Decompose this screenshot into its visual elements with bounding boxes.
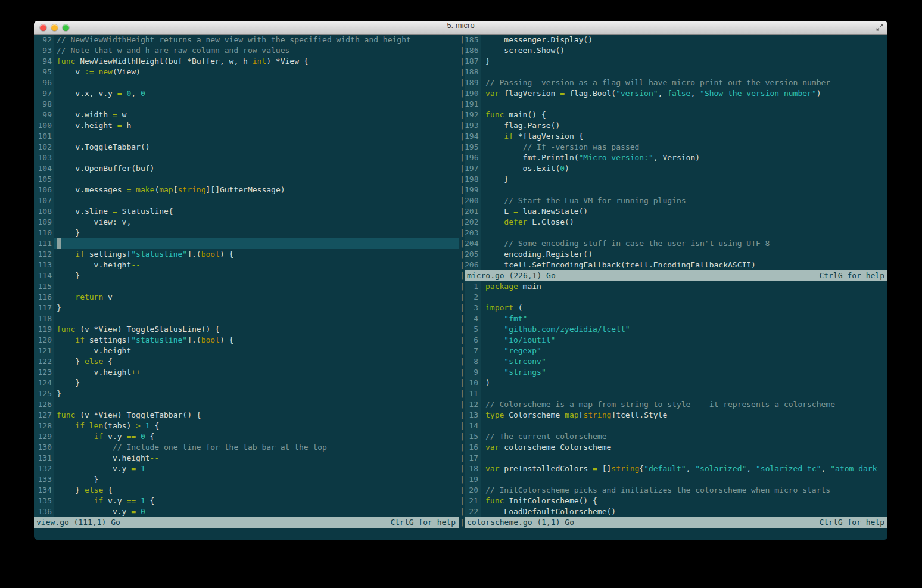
code-line-96[interactable]: 96 <box>34 77 459 88</box>
editor-pane-colorscheme-go[interactable]: 1package main23import (4 "fmt"5 "github.… <box>465 281 887 517</box>
code-line-7[interactable]: 7 "regexp" <box>465 346 887 356</box>
code-line-135[interactable]: 135 if v.y == 1 { <box>34 496 459 506</box>
code-line-128[interactable]: 128 if len(tabs) > 1 { <box>34 421 459 431</box>
code-line-21[interactable]: 21func InitColorscheme() { <box>465 496 887 506</box>
code-line-118[interactable]: 118 <box>34 313 459 324</box>
code-line-120[interactable]: 120 if settings["statusline"].(bool) { <box>34 335 459 346</box>
code-line-100[interactable]: 100 v.height = h <box>34 120 459 131</box>
code-line-129[interactable]: 129 if v.y == 0 { <box>34 431 459 442</box>
code-line-10[interactable]: 10) <box>465 378 887 388</box>
code-line-121[interactable]: 121 v.height-- <box>34 346 459 356</box>
code-line-110[interactable]: 110 } <box>34 228 459 238</box>
code-line-130[interactable]: 130 // Include one line for the tab bar … <box>34 442 459 453</box>
code-line-101[interactable]: 101 <box>34 131 459 142</box>
resize-icon[interactable] <box>875 23 884 32</box>
code-line-203[interactable]: 203 <box>465 228 887 238</box>
code-line-195[interactable]: 195 // If -version was passed <box>465 142 887 153</box>
code-line-125[interactable]: 125} <box>34 388 459 399</box>
code-line-106[interactable]: 106 v.messages = make(map[string][]Gutte… <box>34 185 459 195</box>
code-line-193[interactable]: 193 flag.Parse() <box>465 120 887 131</box>
code-line-206[interactable]: 206 tcell.SetEncodingFallback(tcell.Enco… <box>465 260 887 270</box>
code-line-1[interactable]: 1package main <box>465 281 887 292</box>
code-line-113[interactable]: 113 v.height-- <box>34 260 459 270</box>
code-line-103[interactable]: 103 <box>34 153 459 163</box>
code-line-122[interactable]: 122 } else { <box>34 356 459 367</box>
close-button-icon[interactable] <box>40 24 46 31</box>
code-text: v.height = h <box>54 120 459 131</box>
code-line-194[interactable]: 194 if *flagVersion { <box>465 131 887 142</box>
code-line-188[interactable]: 188 <box>465 67 887 77</box>
code-line-198[interactable]: 198 } <box>465 174 887 185</box>
code-line-105[interactable]: 105 <box>34 174 459 185</box>
window-titlebar[interactable]: 5. micro <box>34 21 887 35</box>
code-line-6[interactable]: 6 "io/ioutil" <box>465 335 887 346</box>
code-line-93[interactable]: 93// Note that w and h are raw column an… <box>34 45 459 56</box>
code-line-20[interactable]: 20// InitColorscheme picks and initializ… <box>465 485 887 496</box>
code-line-17[interactable]: 17 <box>465 453 887 463</box>
code-line-117[interactable]: 117} <box>34 303 459 313</box>
code-line-3[interactable]: 3import ( <box>465 303 887 313</box>
minimize-button-icon[interactable] <box>51 24 58 31</box>
code-line-97[interactable]: 97 v.x, v.y = 0, 0 <box>34 88 459 99</box>
code-line-94[interactable]: 94func NewViewWidthHeight(buf *Buffer, w… <box>34 56 459 67</box>
code-line-133[interactable]: 133 } <box>34 474 459 485</box>
code-line-132[interactable]: 132 v.y = 1 <box>34 463 459 474</box>
code-line-19[interactable]: 19 <box>465 474 887 485</box>
code-line-126[interactable]: 126 <box>34 399 459 410</box>
code-line-4[interactable]: 4 "fmt" <box>465 313 887 324</box>
code-line-18[interactable]: 18var preInstalledColors = []string{"def… <box>465 463 887 474</box>
code-text: v.height-- <box>54 453 459 463</box>
code-line-115[interactable]: 115 <box>34 281 459 292</box>
code-line-22[interactable]: 22 LoadDefaultColorscheme() <box>465 506 887 517</box>
code-line-119[interactable]: 119func (v *View) ToggleStatusLine() { <box>34 324 459 335</box>
code-line-104[interactable]: 104 v.OpenBuffer(buf) <box>34 163 459 174</box>
code-line-200[interactable]: 200 // Start the Lua VM for running plug… <box>465 195 887 206</box>
editor-pane-micro-go[interactable]: 185 messenger.Display()186 screen.Show()… <box>465 35 887 270</box>
code-line-196[interactable]: 196 fmt.Println("Micro version:", Versio… <box>465 153 887 163</box>
code-line-112[interactable]: 112 if settings["statusline"].(bool) { <box>34 249 459 260</box>
code-line-15[interactable]: 15// The current colorscheme <box>465 431 887 442</box>
code-line-98[interactable]: 98 <box>34 99 459 110</box>
code-line-109[interactable]: 109 view: v, <box>34 217 459 228</box>
zoom-button-icon[interactable] <box>63 24 69 31</box>
code-line-9[interactable]: 9 "strings" <box>465 367 887 378</box>
code-line-123[interactable]: 123 v.height++ <box>34 367 459 378</box>
code-line-204[interactable]: 204 // Some encoding stuff in case the u… <box>465 238 887 249</box>
code-line-108[interactable]: 108 v.sline = Statusline{ <box>34 206 459 217</box>
code-line-201[interactable]: 201 L = lua.NewState() <box>465 206 887 217</box>
code-line-136[interactable]: 136 v.y = 0 <box>34 506 459 517</box>
code-line-199[interactable]: 199 <box>465 185 887 195</box>
code-line-14[interactable]: 14 <box>465 421 887 431</box>
code-line-192[interactable]: 192func main() { <box>465 110 887 120</box>
code-line-11[interactable]: 11 <box>465 388 887 399</box>
code-line-197[interactable]: 197 os.Exit(0) <box>465 163 887 174</box>
code-line-107[interactable]: 107 <box>34 195 459 206</box>
editor-pane-view-go[interactable]: 92// NewViewWidthHeight returns a new vi… <box>34 35 459 517</box>
code-line-114[interactable]: 114 } <box>34 270 459 281</box>
code-line-16[interactable]: 16var colorscheme Colorscheme <box>465 442 887 453</box>
code-line-190[interactable]: 190var flagVersion = flag.Bool("version"… <box>465 88 887 99</box>
code-line-12[interactable]: 12// Colorscheme is a map from string to… <box>465 399 887 410</box>
code-line-124[interactable]: 124 } <box>34 378 459 388</box>
code-line-186[interactable]: 186 screen.Show() <box>465 45 887 56</box>
code-line-2[interactable]: 2 <box>465 292 887 303</box>
code-line-187[interactable]: 187} <box>465 56 887 67</box>
code-line-92[interactable]: 92// NewViewWidthHeight returns a new vi… <box>34 35 459 45</box>
code-line-189[interactable]: 189// Passing -version as a flag will ha… <box>465 77 887 88</box>
code-line-185[interactable]: 185 messenger.Display() <box>465 35 887 45</box>
code-line-202[interactable]: 202 defer L.Close() <box>465 217 887 228</box>
code-line-134[interactable]: 134 } else { <box>34 485 459 496</box>
code-line-205[interactable]: 205 encoding.Register() <box>465 249 887 260</box>
code-line-13[interactable]: 13type Colorscheme map[string]tcell.Styl… <box>465 410 887 421</box>
code-line-8[interactable]: 8 "strconv" <box>465 356 887 367</box>
code-line-102[interactable]: 102 v.ToggleTabbar() <box>34 142 459 153</box>
code-line-131[interactable]: 131 v.height-- <box>34 453 459 463</box>
code-line-127[interactable]: 127func (v *View) ToggleTabbar() { <box>34 410 459 421</box>
code-line-111[interactable]: 111 <box>34 238 459 249</box>
code-line-95[interactable]: 95 v := new(View) <box>34 67 459 77</box>
code-line-99[interactable]: 99 v.width = w <box>34 110 459 120</box>
code-line-5[interactable]: 5 "github.com/zyedidia/tcell" <box>465 324 887 335</box>
line-number: 103 <box>34 153 54 163</box>
code-line-191[interactable]: 191 <box>465 99 887 110</box>
code-line-116[interactable]: 116 return v <box>34 292 459 303</box>
